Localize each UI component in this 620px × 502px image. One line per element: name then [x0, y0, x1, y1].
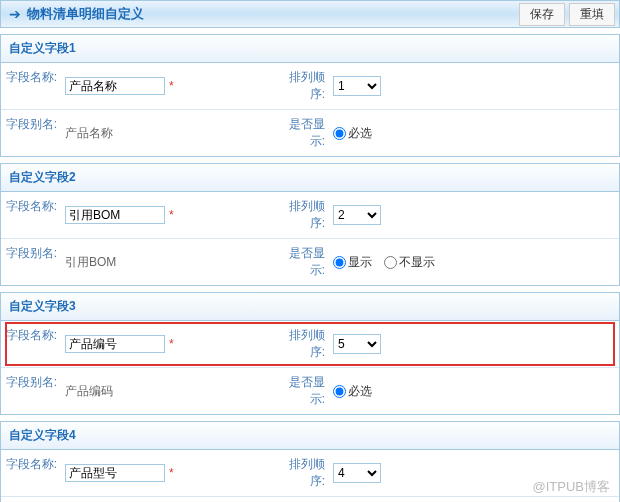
show-radio[interactable]	[333, 256, 346, 269]
page-title: 物料清单明细自定义	[27, 5, 519, 23]
label-field-alias: 字段别名:	[1, 239, 61, 285]
section-title: 自定义字段2	[1, 164, 619, 192]
label-show: 是否显示:	[271, 497, 329, 502]
section-3: 自定义字段3字段名称:*排列顺序:5字段别名:产品编码是否显示:必选	[0, 292, 620, 415]
save-button[interactable]: 保存	[519, 3, 565, 26]
required-star: *	[169, 337, 174, 351]
required-label: 必选	[348, 383, 372, 400]
label-order: 排列顺序:	[271, 192, 329, 238]
order-select[interactable]: 1	[333, 76, 381, 96]
alias-text: 产品编码	[65, 383, 113, 400]
field-name-input[interactable]	[65, 464, 165, 482]
hide-radio[interactable]	[384, 256, 397, 269]
alias-text: 引用BOM	[65, 254, 116, 271]
label-field-name: 字段名称:	[1, 192, 61, 238]
section-title: 自定义字段1	[1, 35, 619, 63]
label-order: 排列顺序:	[271, 63, 329, 109]
row-name: 字段名称:*排列顺序:1	[1, 63, 619, 110]
section-4: 自定义字段4字段名称:*排列顺序:4字段别名:产品型号是否显示:必选	[0, 421, 620, 502]
row-alias: 字段别名:产品型号是否显示:必选	[1, 497, 619, 502]
required-star: *	[169, 208, 174, 222]
field-name-input[interactable]	[65, 206, 165, 224]
row-name: 字段名称:*排列顺序:2	[1, 192, 619, 239]
label-show: 是否显示:	[271, 239, 329, 285]
arrow-icon: ➔	[9, 6, 21, 22]
row-name: 字段名称:*排列顺序:5	[1, 321, 619, 368]
section-2: 自定义字段2字段名称:*排列顺序:2字段别名:引用BOM是否显示:显示不显示	[0, 163, 620, 286]
required-radio[interactable]	[333, 385, 346, 398]
row-alias: 字段别名:产品编码是否显示:必选	[1, 368, 619, 414]
label-field-name: 字段名称:	[1, 63, 61, 109]
label-field-name: 字段名称:	[1, 321, 61, 367]
order-select[interactable]: 2	[333, 205, 381, 225]
label-order: 排列顺序:	[271, 321, 329, 367]
order-select[interactable]: 4	[333, 463, 381, 483]
page-header: ➔ 物料清单明细自定义 保存 重填	[0, 0, 620, 28]
label-field-alias: 字段别名:	[1, 368, 61, 414]
required-star: *	[169, 79, 174, 93]
label-show: 是否显示:	[271, 368, 329, 414]
row-alias: 字段别名:产品名称是否显示:必选	[1, 110, 619, 156]
label-field-alias: 字段别名:	[1, 110, 61, 156]
label-order: 排列顺序:	[271, 450, 329, 496]
section-title: 自定义字段4	[1, 422, 619, 450]
row-name: 字段名称:*排列顺序:4	[1, 450, 619, 497]
show-label: 显示	[348, 254, 372, 271]
required-label: 必选	[348, 125, 372, 142]
label-field-alias: 字段别名:	[1, 497, 61, 502]
section-1: 自定义字段1字段名称:*排列顺序:1字段别名:产品名称是否显示:必选	[0, 34, 620, 157]
label-field-name: 字段名称:	[1, 450, 61, 496]
label-show: 是否显示:	[271, 110, 329, 156]
required-star: *	[169, 466, 174, 480]
hide-label: 不显示	[399, 254, 435, 271]
field-name-input[interactable]	[65, 77, 165, 95]
section-title: 自定义字段3	[1, 293, 619, 321]
order-select[interactable]: 5	[333, 334, 381, 354]
required-radio[interactable]	[333, 127, 346, 140]
row-alias: 字段别名:引用BOM是否显示:显示不显示	[1, 239, 619, 285]
refill-button[interactable]: 重填	[569, 3, 615, 26]
field-name-input[interactable]	[65, 335, 165, 353]
alias-text: 产品名称	[65, 125, 113, 142]
watermark: @ITPUB博客	[533, 478, 610, 496]
